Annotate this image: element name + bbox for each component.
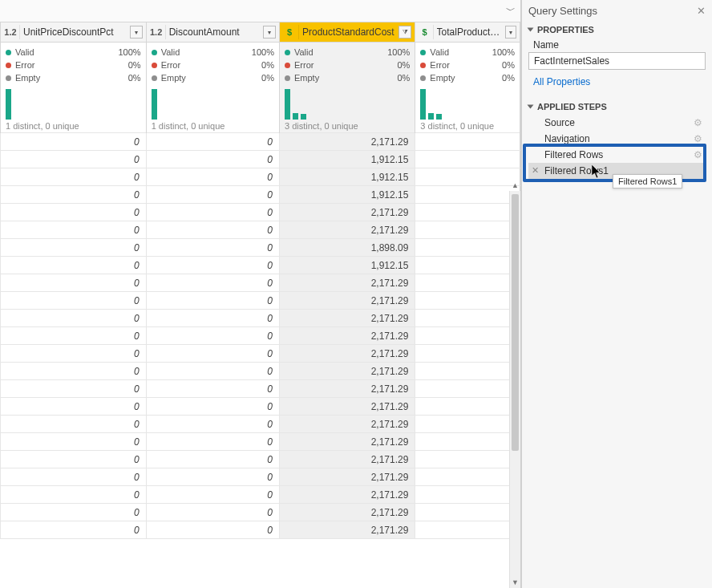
cell[interactable]: 0	[146, 168, 279, 186]
table-row[interactable]: 002,171.29	[1, 468, 520, 486]
table-row[interactable]: 002,171.29	[1, 221, 520, 239]
table-row[interactable]: 002,171.29	[1, 133, 520, 151]
cell[interactable]: 0	[146, 433, 279, 451]
table-row[interactable]: 002,171.29	[1, 310, 520, 327]
table-row[interactable]: 002,171.29	[1, 292, 520, 310]
column-header[interactable]: $TotalProductCost▾	[415, 22, 520, 43]
cell[interactable]: 0	[1, 380, 147, 398]
applied-step[interactable]: Filtered Rows⚙	[528, 147, 706, 163]
table-row[interactable]: 001,898.09	[1, 239, 520, 257]
column-header[interactable]: 1.2UnitPriceDiscountPct▾	[1, 22, 147, 43]
cell[interactable]: 0	[146, 416, 279, 433]
table-row[interactable]: 002,171.29	[1, 363, 520, 380]
cell[interactable]: 0	[146, 221, 279, 239]
cell[interactable]: 0	[1, 521, 147, 539]
cell[interactable]: 0	[1, 327, 147, 345]
cell[interactable]	[415, 274, 520, 292]
cell[interactable]: 2,171.29	[279, 398, 415, 416]
datatype-icon[interactable]: $	[419, 25, 433, 39]
cell[interactable]	[415, 451, 520, 468]
cell[interactable]: 0	[1, 468, 147, 486]
cell[interactable]	[415, 521, 520, 539]
cell[interactable]	[415, 380, 520, 398]
cell[interactable]: 0	[146, 468, 279, 486]
cell[interactable]: 0	[146, 186, 279, 204]
cell[interactable]: 0	[1, 398, 147, 416]
cell[interactable]: 0	[146, 486, 279, 504]
gear-icon[interactable]: ⚙	[694, 133, 702, 144]
cell[interactable]: 0	[1, 151, 147, 168]
cell[interactable]: 0	[1, 504, 147, 521]
cell[interactable]: 0	[1, 486, 147, 504]
cell[interactable]: 0	[1, 204, 147, 221]
cell[interactable]: 0	[146, 363, 279, 380]
cell[interactable]: 2,171.29	[279, 451, 415, 468]
cell[interactable]: 2,171.29	[279, 504, 415, 521]
cell[interactable]: 0	[1, 416, 147, 433]
table-row[interactable]: 001,912.15	[1, 186, 520, 204]
cell[interactable]: 0	[1, 257, 147, 274]
table-row[interactable]: 001,912.15	[1, 168, 520, 186]
cell[interactable]	[415, 151, 520, 168]
cell[interactable]: 1,912.15	[279, 151, 415, 168]
cell[interactable]: 2,171.29	[279, 521, 415, 539]
cell[interactable]: 0	[146, 521, 279, 539]
column-header[interactable]: $ProductStandardCost⧩	[279, 22, 415, 43]
column-header[interactable]: 1.2DiscountAmount▾	[146, 22, 279, 43]
cell[interactable]	[415, 221, 520, 239]
datatype-icon[interactable]: 1.2	[150, 25, 166, 39]
table-row[interactable]: 002,171.29	[1, 327, 520, 345]
cell[interactable]: 0	[1, 451, 147, 468]
table-row[interactable]: 002,171.29	[1, 416, 520, 433]
filter-dropdown-icon[interactable]: ▾	[130, 26, 143, 39]
gear-icon[interactable]: ⚙	[694, 149, 702, 160]
cell[interactable]: 0	[146, 345, 279, 363]
cell[interactable]: 2,171.29	[279, 380, 415, 398]
cell[interactable]: 0	[146, 274, 279, 292]
cell[interactable]	[415, 133, 520, 151]
cell[interactable]: 0	[146, 257, 279, 274]
cell[interactable]: 0	[1, 168, 147, 186]
cell[interactable]: 2,171.29	[279, 310, 415, 327]
applied-steps-heading[interactable]: APPLIED STEPS	[528, 102, 706, 112]
scrollbar-thumb[interactable]	[512, 194, 519, 451]
cell[interactable]: 2,171.29	[279, 486, 415, 504]
cell[interactable]	[415, 204, 520, 221]
filter-dropdown-icon[interactable]: ▾	[505, 26, 516, 39]
cell[interactable]: 2,171.29	[279, 274, 415, 292]
cell[interactable]	[415, 398, 520, 416]
table-row[interactable]: 002,171.29	[1, 274, 520, 292]
cell[interactable]: 0	[1, 274, 147, 292]
cell[interactable]: 0	[146, 310, 279, 327]
cell[interactable]: 0	[146, 327, 279, 345]
all-properties-link[interactable]: All Properties	[533, 76, 590, 87]
cell[interactable]: 0	[1, 186, 147, 204]
cell[interactable]: 2,171.29	[279, 221, 415, 239]
cell[interactable]: 0	[146, 239, 279, 257]
cell[interactable]	[415, 310, 520, 327]
table-row[interactable]: 001,912.15	[1, 257, 520, 274]
filter-active-icon[interactable]: ⧩	[398, 26, 411, 39]
cell[interactable]: 1,898.09	[279, 239, 415, 257]
cell[interactable]: 0	[146, 133, 279, 151]
table-row[interactable]: 002,171.29	[1, 398, 520, 416]
cell[interactable]: 2,171.29	[279, 327, 415, 345]
vertical-scrollbar[interactable]: ▲ ▼	[509, 191, 520, 588]
cell[interactable]: 0	[1, 133, 147, 151]
cell[interactable]	[415, 363, 520, 380]
cell[interactable]	[415, 327, 520, 345]
cell[interactable]: 0	[1, 433, 147, 451]
cell[interactable]: 0	[1, 310, 147, 327]
cell[interactable]: 0	[146, 398, 279, 416]
cell[interactable]	[415, 504, 520, 521]
cell[interactable]	[415, 168, 520, 186]
applied-step[interactable]: Navigation⚙	[528, 131, 706, 147]
gear-icon[interactable]: ⚙	[694, 117, 702, 128]
cell[interactable]: 0	[146, 504, 279, 521]
cell[interactable]: 0	[1, 221, 147, 239]
table-row[interactable]: 002,171.29	[1, 433, 520, 451]
close-icon[interactable]: ✕	[697, 5, 706, 17]
properties-heading[interactable]: PROPERTIES	[528, 25, 706, 34]
cell[interactable]: 0	[146, 292, 279, 310]
cell[interactable]: 2,171.29	[279, 363, 415, 380]
